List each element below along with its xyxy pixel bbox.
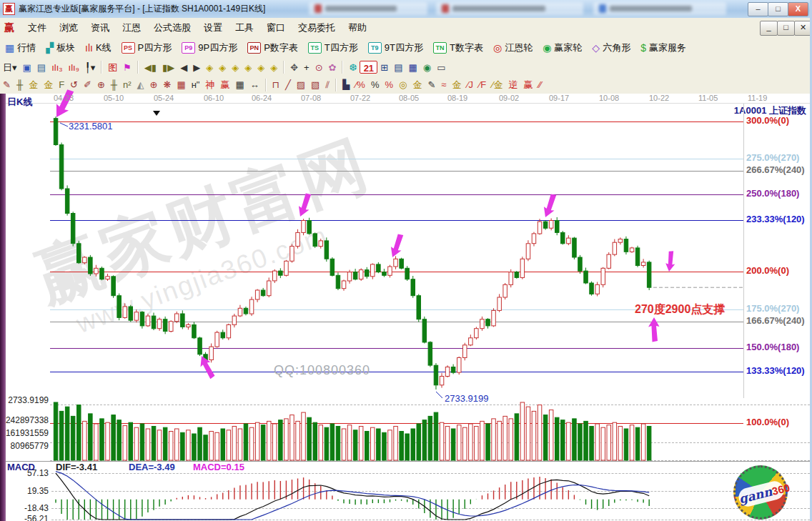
t-square-button[interactable]: TST四方形 bbox=[303, 40, 363, 56]
menu-工具[interactable]: 工具 bbox=[229, 20, 260, 35]
gold-extend-icon[interactable]: 金 bbox=[41, 78, 56, 91]
grid-icon[interactable]: ╫ bbox=[14, 78, 26, 91]
price-grid-icon[interactable]: ▙ bbox=[340, 78, 352, 91]
brush-icon[interactable]: ✐ bbox=[81, 78, 94, 91]
gann-grid-icon[interactable]: ▦ bbox=[174, 78, 188, 91]
fibonacci-icon[interactable]: F bbox=[56, 78, 67, 91]
diamond-v-expand-icon[interactable]: ◈ bbox=[254, 61, 267, 74]
menu-浏览[interactable]: 浏览 bbox=[53, 20, 84, 35]
parallel-lines-icon[interactable]: ⫽ bbox=[322, 78, 332, 91]
menu-公式选股[interactable]: 公式选股 bbox=[147, 20, 197, 35]
percent-line-icon[interactable]: % bbox=[382, 78, 396, 91]
close-button[interactable]: X bbox=[788, 2, 808, 16]
ruler-123-icon[interactable]: ▦ bbox=[232, 78, 247, 91]
shaded-box-icon[interactable]: ▧ bbox=[308, 78, 322, 91]
blurred-tab[interactable] bbox=[436, 2, 583, 15]
wave-icon[interactable]: ≈ bbox=[438, 78, 449, 91]
menu-设置[interactable]: 设置 bbox=[197, 20, 229, 35]
diamond-left-icon[interactable]: ◈ bbox=[203, 61, 216, 74]
gold-angle-icon[interactable]: 金 bbox=[449, 78, 464, 91]
quotes-button[interactable]: ▦行情 bbox=[0, 40, 41, 56]
notepad-icon[interactable]: ▤ bbox=[391, 61, 405, 74]
span-icon[interactable]: ↔ bbox=[247, 78, 262, 91]
pencil-icon[interactable]: ✎ bbox=[0, 78, 14, 91]
calculator-icon[interactable]: ⊞ bbox=[377, 61, 391, 74]
screenshot-icon[interactable]: ▣ bbox=[20, 61, 34, 74]
multi-angle-icon[interactable]: ∕∕ bbox=[535, 78, 544, 91]
winner-service-button[interactable]: $赢家服务 bbox=[635, 40, 691, 56]
hand-tool-icon[interactable]: ✥ bbox=[287, 61, 301, 74]
ying-tool-icon[interactable]: 赢 bbox=[217, 78, 232, 91]
box-tool-icon[interactable]: ⊓ bbox=[269, 78, 282, 91]
diamond-h-expand-icon[interactable]: ◈ bbox=[229, 61, 242, 74]
t-number-table-button[interactable]: TNT数字表 bbox=[428, 40, 488, 56]
angle-percent-icon[interactable]: ∕% bbox=[352, 78, 368, 91]
t9-square-button[interactable]: T99T四方形 bbox=[363, 40, 428, 56]
blurred-tab[interactable] bbox=[593, 2, 726, 15]
clipboard-icon[interactable]: ▤ bbox=[34, 61, 49, 74]
kline-button[interactable]: ılıK线 bbox=[80, 40, 117, 56]
p-square-button[interactable]: PSP四方形 bbox=[117, 40, 177, 56]
first-bar-icon[interactable]: ◀▮ bbox=[142, 61, 159, 74]
pattern-icon[interactable]: 图 bbox=[105, 61, 120, 74]
reverse-angle-icon[interactable]: 逆 bbox=[505, 78, 520, 91]
winner-wheel-button[interactable]: ◉赢家轮 bbox=[538, 40, 587, 56]
p-number-table-button[interactable]: PNP数字表 bbox=[242, 40, 303, 56]
mdi-restore-button[interactable]: □ bbox=[777, 21, 795, 36]
prev-bar-icon[interactable]: ◀ bbox=[177, 61, 190, 74]
sectors-button[interactable]: ▞板块 bbox=[41, 40, 80, 56]
zoom-tool-icon[interactable]: ⊙ bbox=[312, 61, 326, 74]
chart-3-icon[interactable]: ılı₃ bbox=[49, 61, 65, 74]
gold-split-icon[interactable]: 金 bbox=[26, 78, 41, 91]
angle-j-icon[interactable]: ∕J bbox=[464, 78, 476, 91]
period-day-dropdown[interactable]: 日▾ bbox=[0, 61, 20, 74]
shaded-fan-icon[interactable]: ▨ bbox=[294, 78, 308, 91]
p9-square-button[interactable]: P99P四方形 bbox=[177, 40, 242, 56]
ying-angle-icon[interactable]: 赢 bbox=[520, 78, 535, 91]
blurred-tab[interactable] bbox=[309, 2, 427, 15]
print-icon[interactable]: ▭ bbox=[434, 61, 448, 74]
notes-icon[interactable]: ✿ bbox=[326, 61, 340, 74]
export-icon[interactable]: ◉ bbox=[420, 61, 434, 74]
crosshair-icon[interactable]: + bbox=[301, 61, 312, 74]
angle-gold-icon[interactable]: ∕金 bbox=[489, 78, 505, 91]
angle-ruler-icon[interactable]: ◭ bbox=[134, 78, 147, 91]
n-square-icon[interactable]: n² bbox=[120, 78, 134, 91]
wave-mark-icon[interactable]: ʜ" bbox=[189, 78, 203, 91]
diamond-h-compress-icon[interactable]: ◈ bbox=[242, 61, 254, 74]
last-bar-icon[interactable]: ▮▶ bbox=[159, 61, 177, 74]
menu-江恩[interactable]: 江恩 bbox=[116, 20, 147, 35]
menu-窗口[interactable]: 窗口 bbox=[260, 20, 292, 35]
menu-帮助[interactable]: 帮助 bbox=[342, 20, 373, 35]
shen-tool-icon[interactable]: 神 bbox=[202, 78, 217, 91]
menu-交易委托[interactable]: 交易委托 bbox=[292, 20, 342, 35]
chart-9-icon[interactable]: ılı₉ bbox=[66, 61, 82, 74]
gann-star-icon[interactable]: ❋ bbox=[160, 78, 174, 91]
mdi-close-button[interactable]: ✕ bbox=[794, 21, 812, 36]
spiral-icon[interactable]: ↺ bbox=[67, 78, 81, 91]
circle-cycle-icon[interactable]: ⊕ bbox=[94, 78, 108, 91]
diamond-expand-all-icon[interactable]: ◈ bbox=[267, 61, 280, 74]
maximize-button[interactable]: □ bbox=[768, 2, 788, 16]
diamond-right-icon[interactable]: ◈ bbox=[216, 61, 229, 74]
next-bar-icon[interactable]: ▶ bbox=[190, 61, 203, 74]
candle-style-dropdown[interactable]: ╿▾ bbox=[82, 61, 98, 74]
gann-circle-icon[interactable]: ⊕ bbox=[147, 78, 161, 91]
percent-icon[interactable]: % bbox=[368, 78, 382, 91]
menu-文件[interactable]: 文件 bbox=[21, 20, 53, 35]
angle-f-icon[interactable]: ∕F bbox=[476, 78, 489, 91]
hexagon-button[interactable]: ◇六角形 bbox=[587, 40, 635, 56]
gold-line-icon[interactable]: 金 bbox=[410, 78, 425, 91]
gold-circle-icon[interactable]: ◎ bbox=[396, 78, 410, 91]
calendar-21-icon[interactable]: 21 bbox=[360, 61, 377, 74]
color-flag-icon[interactable]: ⚑ bbox=[120, 61, 134, 74]
minimize-button[interactable]: – bbox=[748, 2, 768, 16]
menu-资讯[interactable]: 资讯 bbox=[84, 20, 116, 35]
ink-brush-icon[interactable]: ✎ bbox=[425, 78, 438, 91]
fan-lines-icon[interactable]: ╱ bbox=[282, 78, 294, 91]
mdi-minimize-button[interactable]: _ bbox=[760, 21, 778, 36]
gann-wheel-button[interactable]: ◎江恩轮 bbox=[488, 40, 538, 56]
save-icon[interactable]: ▦ bbox=[406, 61, 420, 74]
ai-icon[interactable]: ❆ bbox=[346, 61, 360, 74]
ruler-grid-icon[interactable]: ╫ bbox=[108, 78, 120, 91]
